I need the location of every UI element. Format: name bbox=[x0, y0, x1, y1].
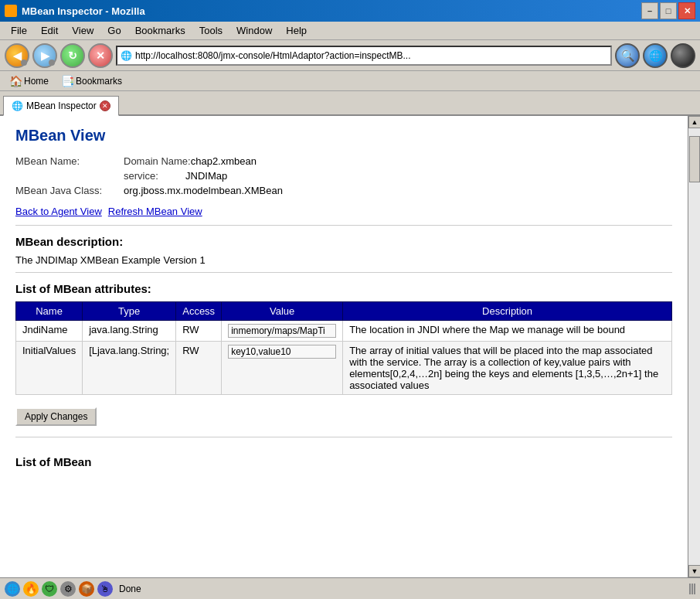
value-input[interactable] bbox=[228, 324, 336, 338]
cell-type: java.lang.String bbox=[83, 321, 176, 342]
info-row-service: service: JNDIMap bbox=[15, 170, 672, 182]
menu-bookmarks[interactable]: Bookmarks bbox=[129, 23, 192, 38]
scroll-track[interactable] bbox=[688, 128, 700, 565]
java-class-value: org.jboss.mx.modelmbean.XMBean bbox=[124, 185, 283, 196]
scrollbar[interactable]: ▲ ▼ bbox=[688, 116, 700, 577]
apply-changes-button[interactable]: Apply Changes bbox=[15, 407, 97, 426]
menu-file[interactable]: File bbox=[5, 23, 33, 38]
links-bar: Back to Agent View Refresh MBean View bbox=[15, 206, 672, 217]
menu-window[interactable]: Window bbox=[230, 23, 278, 38]
description-text: The JNDIMap XMBean Example Version 1 bbox=[15, 254, 672, 266]
domain-name-label: Domain Name: bbox=[124, 155, 191, 167]
back-button[interactable]: ◀ bbox=[5, 43, 29, 68]
col-header-description: Description bbox=[343, 302, 672, 321]
attributes-table: Name Type Access Value Description JndiN… bbox=[15, 301, 672, 395]
description-title: MBean description: bbox=[15, 235, 672, 248]
value-input[interactable] bbox=[228, 345, 336, 359]
table-row: JndiNamejava.lang.StringRWThe location i… bbox=[16, 321, 672, 342]
window-controls: – □ ✕ bbox=[641, 2, 695, 19]
mbean-name-label: MBean Name: bbox=[15, 155, 124, 167]
world-button[interactable]: 🌐 bbox=[643, 43, 668, 68]
mbean-info: MBean Name: Domain Name: chap2.xmbean se… bbox=[15, 155, 672, 196]
java-class-label: MBean Java Class: bbox=[15, 185, 124, 196]
status-icon-4: ⚙ bbox=[60, 581, 76, 597]
bookmarks-bar: 🏠 Home 📑 Bookmarks bbox=[0, 71, 700, 91]
bookmark-bookmarks[interactable]: 📑 Bookmarks bbox=[56, 74, 127, 88]
service-label: service: bbox=[124, 170, 185, 182]
window-title-bar: MBean Inspector - Mozilla – □ ✕ bbox=[0, 0, 700, 22]
menu-go[interactable]: Go bbox=[101, 23, 127, 38]
address-text: http://localhost:8080/jmx-console/HtmlAd… bbox=[135, 50, 411, 61]
tab-icon: 🌐 bbox=[12, 100, 23, 111]
cell-name: InitialValues bbox=[16, 342, 83, 395]
divider-1 bbox=[15, 225, 672, 226]
black-button[interactable] bbox=[671, 43, 695, 68]
col-header-type: Type bbox=[83, 302, 176, 321]
status-icon-6: 🖱 bbox=[97, 581, 113, 597]
toolbar: ◀ ▶ ↻ ✕ 🌐 http://localhost:8080/jmx-cons… bbox=[0, 40, 700, 71]
page-title: MBean View bbox=[15, 127, 672, 145]
home-icon: 🏠 bbox=[9, 75, 22, 87]
divider-2 bbox=[15, 272, 672, 273]
stop-button[interactable]: ✕ bbox=[88, 43, 113, 68]
info-row-java-class: MBean Java Class: org.jboss.mx.modelmbea… bbox=[15, 185, 672, 196]
status-icon-5: 📦 bbox=[79, 581, 94, 597]
maximize-button[interactable]: □ bbox=[660, 2, 677, 19]
table-row: InitialValues[Ljava.lang.String;RWThe ar… bbox=[16, 342, 672, 395]
resize-grip[interactable] bbox=[689, 584, 695, 594]
col-header-value: Value bbox=[222, 302, 343, 321]
cell-access: RW bbox=[176, 342, 222, 395]
cell-value bbox=[222, 321, 343, 342]
tabs-bar: 🌐 MBean Inspector ✕ bbox=[0, 91, 700, 116]
search-button[interactable]: 🔍 bbox=[615, 43, 640, 68]
address-bar[interactable]: 🌐 http://localhost:8080/jmx-console/Html… bbox=[116, 46, 612, 66]
minimize-button[interactable]: – bbox=[641, 2, 658, 19]
menu-help[interactable]: Help bbox=[280, 23, 313, 38]
address-icon: 🌐 bbox=[121, 50, 132, 61]
bookmarks-icon: 📑 bbox=[61, 75, 74, 87]
cell-value bbox=[222, 342, 343, 395]
tab-mbean-inspector[interactable]: 🌐 MBean Inspector ✕ bbox=[3, 96, 119, 116]
content-area: MBean View MBean Name: Domain Name: chap… bbox=[0, 116, 700, 577]
domain-name-value: chap2.xmbean bbox=[191, 155, 257, 167]
window-title: MBean Inspector - Mozilla bbox=[22, 5, 145, 17]
bookmark-home[interactable]: 🏠 Home bbox=[5, 74, 53, 88]
scroll-up-button[interactable]: ▲ bbox=[688, 116, 700, 128]
menu-tools[interactable]: Tools bbox=[193, 23, 229, 38]
cell-access: RW bbox=[176, 321, 222, 342]
divider-3 bbox=[15, 437, 672, 437]
cell-type: [Ljava.lang.String; bbox=[83, 342, 176, 395]
app-icon bbox=[5, 5, 17, 17]
status-icon-2: 🔥 bbox=[23, 581, 39, 597]
close-button[interactable]: ✕ bbox=[678, 2, 695, 19]
col-header-name: Name bbox=[16, 302, 83, 321]
status-icon-3: 🛡 bbox=[42, 581, 57, 597]
service-value: JNDIMap bbox=[185, 170, 227, 182]
page-content: MBean View MBean Name: Domain Name: chap… bbox=[0, 116, 688, 577]
attributes-title: List of MBean attributes: bbox=[15, 282, 672, 295]
info-row-domain: MBean Name: Domain Name: chap2.xmbean bbox=[15, 155, 672, 167]
menu-edit[interactable]: Edit bbox=[35, 23, 64, 38]
tab-close-button[interactable]: ✕ bbox=[100, 100, 110, 111]
status-text: Done bbox=[119, 584, 683, 594]
cell-description: The array of initial values that will be… bbox=[343, 342, 672, 395]
status-bar: 🌐 🔥 🛡 ⚙ 📦 🖱 Done bbox=[0, 577, 700, 599]
menu-view[interactable]: View bbox=[66, 23, 100, 38]
tab-label: MBean Inspector bbox=[26, 100, 97, 111]
scroll-down-button[interactable]: ▼ bbox=[688, 565, 700, 577]
menu-bar: File Edit View Go Bookmarks Tools Window… bbox=[0, 22, 700, 40]
list-operations-title: List of MBean bbox=[15, 455, 672, 468]
refresh-mbean-link[interactable]: Refresh MBean View bbox=[108, 206, 202, 217]
status-icons: 🌐 🔥 🛡 ⚙ 📦 🖱 bbox=[5, 581, 113, 597]
scroll-thumb[interactable] bbox=[689, 136, 700, 182]
reload-button[interactable]: ↻ bbox=[60, 43, 85, 68]
back-to-agent-link[interactable]: Back to Agent View bbox=[15, 206, 102, 217]
forward-button[interactable]: ▶ bbox=[32, 43, 57, 68]
status-icon-1: 🌐 bbox=[5, 581, 20, 597]
cell-description: The location in JNDI where the Map we ma… bbox=[343, 321, 672, 342]
col-header-access: Access bbox=[176, 302, 222, 321]
cell-name: JndiName bbox=[16, 321, 83, 342]
